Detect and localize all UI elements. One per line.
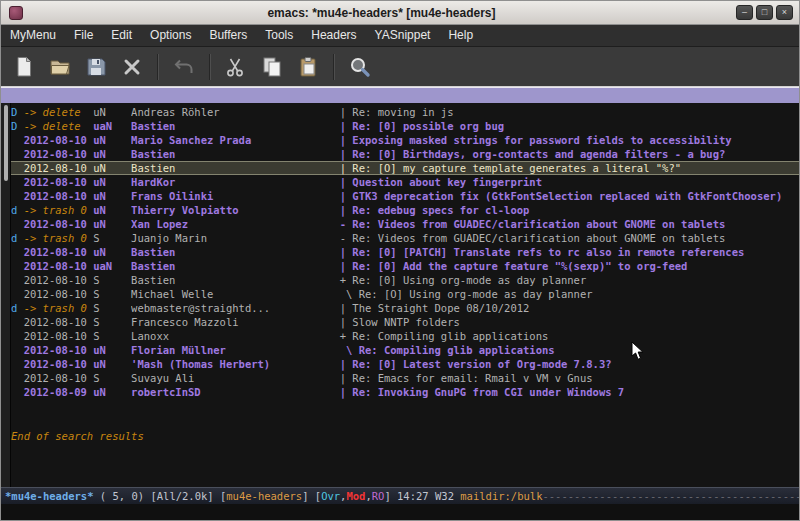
save-buffer-button[interactable] [79,51,113,83]
message-date: -> trash 0 [24,301,94,315]
toolbar-separator [333,54,335,80]
thread-separator: \ [340,288,359,300]
menu-file[interactable]: File [65,25,102,46]
undo-button[interactable] [167,51,201,83]
message-row[interactable]: 2012-08-10uNBastien| Re: [O] my capture … [11,161,799,175]
message-from: Bastien [131,259,340,273]
mode-line-segment: Mod [346,490,365,502]
message-from: Xan Lopez [131,217,340,231]
thread-separator: | [340,106,353,118]
close-button[interactable]: × [776,5,793,20]
message-flags: uN [93,343,131,357]
message-row[interactable]: 2012-08-10SLanoxx+ Re: Compiling glib ap… [11,329,799,343]
message-from: Thierry Volpiatto [131,203,340,217]
scrollbar-thumb[interactable] [4,105,8,181]
thread-separator: | [340,372,353,384]
message-date: 2012-08-09 [24,385,94,399]
message-flags: S [93,301,131,315]
message-subject: Re: Videos from GUADEC/clarification abo… [352,232,725,244]
message-row[interactable]: 2012-08-10SSuvayu Ali| Re: Emacs for ema… [11,371,799,385]
message-from: Juanjo Marin [131,231,340,245]
mode-line-segment: [All/2.0k] [150,490,220,502]
kill-buffer-button[interactable] [115,51,149,83]
message-row[interactable]: 2012-08-10SMichael Welle \ Re: [O] Using… [11,287,799,301]
open-file-button[interactable] [43,51,77,83]
message-subject: Re: [0] Add the capture feature "%(sexp)… [352,260,687,272]
search-button[interactable] [343,51,377,83]
message-from: Florian Müllner [131,343,340,357]
message-row[interactable]: 2012-08-10uNMario Sanchez Prada| Exposin… [11,133,799,147]
thread-separator: | [340,148,353,160]
menu-help[interactable]: Help [439,25,482,46]
message-from: 'Mash (Thomas Herbert) [131,357,340,371]
message-subject: Re: Videos from GUADEC/clarification abo… [352,218,725,230]
message-row[interactable]: D-> deleteuaNBastien| Re: [0] possible o… [11,119,799,133]
mode-line[interactable]: *mu4e-headers* ( 5, 0) [All/2.0k] [mu4e-… [1,487,799,504]
message-from: Bastien [131,273,340,287]
message-row[interactable]: 2012-08-10SBastien+ Re: [0] Using org-mo… [11,273,799,287]
message-row[interactable]: 2012-08-10uN'Mash (Thomas Herbert)| Re: … [11,357,799,371]
message-subject: Re: edebug specs for cl-loop [352,204,529,216]
thread-separator: | [340,190,353,202]
menu-headers[interactable]: Headers [302,25,365,46]
message-row[interactable]: d-> trash 0Swebmaster@straightd...| The … [11,301,799,315]
message-from: robertcInSD [131,385,340,399]
message-mark: D [11,105,24,119]
scrollbar[interactable] [1,103,11,487]
menu-yasnippet[interactable]: YASnippet [366,25,440,46]
minimize-button[interactable]: – [736,5,753,20]
message-flags: uN [93,189,131,203]
menu-edit[interactable]: Edit [102,25,141,46]
save-floppy-icon [84,55,108,79]
mode-line-segment: ( 5, 0) [94,490,151,502]
message-subject: Re: Invoking GnuPG from CGI under Window… [352,386,624,398]
headers-buffer: D-> deleteuNAndreas Röhler| Re: moving i… [1,103,799,487]
emacs-app-icon[interactable] [9,6,23,20]
message-date: 2012-08-10 [24,259,94,273]
copy-button[interactable] [255,51,289,83]
menu-buffers[interactable]: Buffers [200,25,256,46]
message-subject: Re: Compiling glib applications [359,344,555,356]
thread-separator: \ [340,344,359,356]
message-row[interactable]: 2012-08-10uNFrans Oilinki| GTK3 deprecat… [11,189,799,203]
menu-tools[interactable]: Tools [256,25,302,46]
message-row[interactable]: d-> trash 0uNThierry Volpiatto| Re: edeb… [11,203,799,217]
message-row[interactable]: 2012-08-10uNBastien| Re: [0] [PATCH] Tra… [11,245,799,259]
message-row[interactable]: 2012-08-10uaNBastien| Re: [0] Add the ca… [11,259,799,273]
paste-button[interactable] [291,51,325,83]
message-subject: Re: [O] Using org-mode as day planner [359,288,593,300]
message-from: Francesco Mazzoli [131,315,340,329]
message-flags: S [93,329,131,343]
message-from: Andreas Röhler [131,105,340,119]
message-subject: Exposing masked strings for password fie… [352,134,731,146]
message-row[interactable]: 2012-08-10uNBastien| Re: [0] Birthdays, … [11,147,799,161]
message-subject: Question about key fingerprint [352,176,542,188]
message-from: Bastien [131,161,340,175]
message-row[interactable]: d-> trash 0SJuanjo Marin- Re: Videos fro… [11,231,799,245]
menu-options[interactable]: Options [141,25,200,46]
mode-line-segment: 14:27 [397,490,435,502]
message-row[interactable]: 2012-08-10SFrancesco Mazzoli| Slow NNTP … [11,315,799,329]
message-row[interactable]: 2012-08-10uNXan Lopez- Re: Videos from G… [11,217,799,231]
echo-area [1,504,799,520]
menu-bar: MyMenu File Edit Options Buffers Tools H… [1,25,799,47]
message-from: HardKor [131,175,340,189]
thread-separator: + [340,330,353,342]
message-row[interactable]: 2012-08-10uNHardKor| Question about key … [11,175,799,189]
thread-separator: - [340,232,353,244]
message-row[interactable]: 2012-08-10uNFlorian Müllner \ Re: Compil… [11,343,799,357]
message-subject: Re: [0] possible org bug [352,120,504,132]
message-flags: uaN [93,119,131,133]
message-from: Bastien [131,119,340,133]
message-row[interactable]: 2012-08-09uNrobertcInSD| Re: Invoking Gn… [11,385,799,399]
message-date: 2012-08-10 [24,343,94,357]
toolbar-separator [157,54,159,80]
message-flags: uN [93,357,131,371]
maximize-button[interactable]: □ [756,5,773,20]
menu-mymenu[interactable]: MyMenu [1,25,65,46]
cut-button[interactable] [219,51,253,83]
message-row[interactable]: D-> deleteuNAndreas Röhler| Re: moving i… [11,105,799,119]
new-file-button[interactable] [7,51,41,83]
message-from: Mario Sanchez Prada [131,133,340,147]
message-date: 2012-08-10 [24,287,94,301]
